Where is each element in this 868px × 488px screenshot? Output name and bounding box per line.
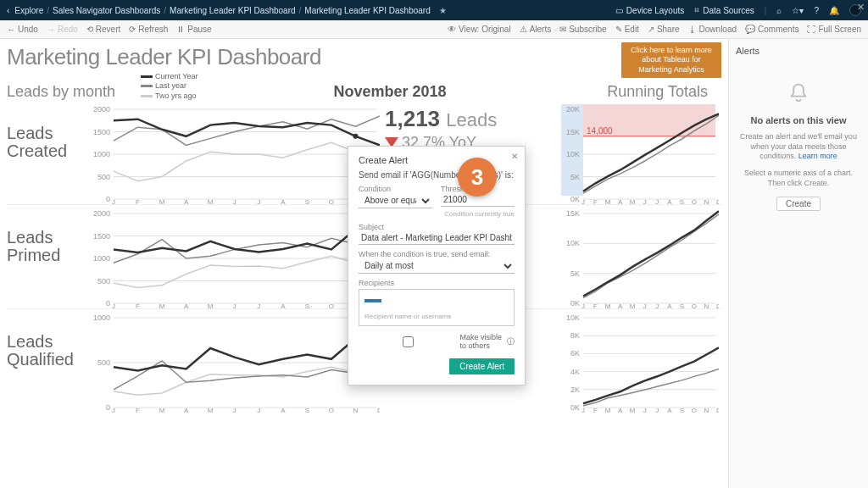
svg-text:A: A xyxy=(281,198,286,204)
revert-button[interactable]: ⟲ Revert xyxy=(86,25,120,34)
svg-text:5K: 5K xyxy=(570,172,580,180)
svg-text:0K: 0K xyxy=(570,195,580,203)
svg-text:N: N xyxy=(353,407,359,413)
svg-text:D: D xyxy=(377,407,380,413)
svg-text:D: D xyxy=(716,302,719,308)
visible-to-others-checkbox[interactable]: Make visible to others ⓘ xyxy=(359,333,515,350)
row-label: LeadsCreated xyxy=(7,101,83,204)
running-total-chart[interactable]: 0K5K10K15K20K14,000JFMAMJJASOND xyxy=(558,101,719,204)
crumb-2[interactable]: Marketing Leader KPI Dashboard xyxy=(170,6,295,15)
download-button[interactable]: ⭳ Download xyxy=(688,25,737,34)
close-panel-icon[interactable]: ✕ xyxy=(857,2,865,13)
recipients-box[interactable]: Recipient name or username xyxy=(359,289,515,326)
alerts-button[interactable]: ⚠ Alerts xyxy=(520,25,552,34)
svg-text:J: J xyxy=(257,198,260,204)
svg-text:O: O xyxy=(692,302,697,308)
svg-text:0K: 0K xyxy=(570,299,580,308)
svg-text:S: S xyxy=(305,407,309,413)
edit-button[interactable]: ✎ Edit xyxy=(615,25,639,34)
svg-text:2K: 2K xyxy=(570,385,580,394)
svg-text:O: O xyxy=(692,198,697,204)
favorite-star-icon[interactable]: ★ xyxy=(439,6,447,15)
tutorial-step-badge: 3 xyxy=(458,158,497,197)
alerts-panel-text-2: Select a numeric axis of a chart. Then c… xyxy=(736,169,861,188)
svg-text:J: J xyxy=(112,407,115,413)
running-total-chart[interactable]: 0K2K4K6K8K10KJFMAMJJASOND xyxy=(558,309,719,413)
data-sources-button[interactable]: ⌗ Data Sources xyxy=(694,5,754,15)
svg-text:A: A xyxy=(618,198,623,204)
favorites-menu-icon[interactable]: ☆▾ xyxy=(792,6,804,15)
svg-text:S: S xyxy=(305,302,309,308)
crumb-1[interactable]: Sales Navigator Dashboards xyxy=(53,6,160,15)
learn-more-link[interactable]: Learn more xyxy=(798,152,837,160)
close-icon[interactable]: ✕ xyxy=(511,152,518,161)
svg-text:D: D xyxy=(716,198,719,204)
row-label: LeadsPrimed xyxy=(7,205,83,308)
create-button[interactable]: Create xyxy=(776,197,821,211)
notifications-icon[interactable]: 🔔 xyxy=(829,6,839,15)
svg-text:F: F xyxy=(593,407,598,413)
recipient-chip[interactable] xyxy=(364,299,381,302)
svg-text:0: 0 xyxy=(106,403,110,412)
alerts-panel: ✕ Alerts No alerts on this view Create a… xyxy=(728,39,868,488)
share-button[interactable]: ↗ Share xyxy=(648,25,680,34)
help-icon[interactable]: ? xyxy=(814,6,819,15)
svg-text:1000: 1000 xyxy=(93,313,110,322)
alerts-panel-title: Alerts xyxy=(736,46,760,56)
svg-text:F: F xyxy=(593,198,598,204)
search-icon[interactable]: ⌕ xyxy=(776,6,782,15)
frequency-select[interactable]: Daily at most xyxy=(359,258,515,274)
comments-button[interactable]: 💬 Comments xyxy=(745,25,798,34)
svg-text:A: A xyxy=(667,407,672,413)
monthly-chart[interactable]: 0500100015002000JFMAMJJASOND xyxy=(83,101,380,204)
condition-label: Condition xyxy=(359,185,432,193)
row-label: LeadsQualified xyxy=(7,309,83,413)
svg-text:M: M xyxy=(605,407,611,413)
pause-button[interactable]: ⏸ Pause xyxy=(176,25,211,34)
svg-text:J: J xyxy=(233,198,236,204)
svg-text:A: A xyxy=(281,407,286,413)
back-icon[interactable]: ‹ xyxy=(7,6,9,15)
svg-text:10K: 10K xyxy=(566,313,580,322)
svg-text:M: M xyxy=(159,302,165,308)
svg-text:M: M xyxy=(630,198,636,204)
svg-text:O: O xyxy=(329,198,334,204)
legend: Current Year Last year Two yrs ago xyxy=(141,72,198,101)
svg-text:0: 0 xyxy=(106,195,110,203)
undo-button[interactable]: ← Undo xyxy=(7,25,38,34)
subscribe-button[interactable]: ✉ Subscribe xyxy=(559,25,606,34)
create-alert-submit[interactable]: Create Alert xyxy=(449,358,515,374)
svg-text:S: S xyxy=(305,198,309,204)
svg-text:14,000: 14,000 xyxy=(587,126,613,136)
svg-text:J: J xyxy=(581,302,585,308)
promo-banner[interactable]: Click here to learn more about Tableau f… xyxy=(621,42,721,78)
running-total-chart[interactable]: 0K5K10K15KJFMAMJJASOND xyxy=(558,205,719,308)
svg-text:10K: 10K xyxy=(566,239,580,247)
month-heading: November 2018 xyxy=(334,83,447,101)
refresh-button[interactable]: ⟳ Refresh xyxy=(129,25,168,34)
svg-text:S: S xyxy=(680,302,684,308)
svg-text:J: J xyxy=(112,198,115,204)
condition-select[interactable]: Above or equal to xyxy=(359,193,432,208)
device-layouts-button[interactable]: ▭ Device Layouts xyxy=(615,6,684,15)
svg-text:J: J xyxy=(655,198,659,204)
svg-text:F: F xyxy=(136,198,140,204)
view-button[interactable]: 👁 View: Original xyxy=(448,25,511,34)
subject-input[interactable] xyxy=(359,231,515,245)
monthly-chart[interactable]: 05001000JFMAMJJASOND xyxy=(83,309,380,413)
svg-text:500: 500 xyxy=(97,172,110,180)
crumb-0[interactable]: Explore xyxy=(14,6,43,15)
alerts-panel-heading: No alerts on this view xyxy=(750,115,846,125)
fullscreen-button[interactable]: ⛶ Full Screen xyxy=(807,25,861,34)
info-icon[interactable]: ⓘ xyxy=(507,336,515,347)
running-totals-heading: Running Totals xyxy=(607,83,708,101)
svg-text:J: J xyxy=(257,407,260,413)
svg-text:6K: 6K xyxy=(570,349,580,358)
svg-text:J: J xyxy=(581,198,585,204)
svg-text:M: M xyxy=(208,302,214,308)
svg-text:15K: 15K xyxy=(566,209,580,218)
svg-text:F: F xyxy=(136,302,140,308)
svg-text:0: 0 xyxy=(106,299,110,308)
svg-point-10 xyxy=(353,134,358,139)
monthly-chart[interactable]: 0500100015002000JFMAMJJASOND xyxy=(83,205,380,308)
